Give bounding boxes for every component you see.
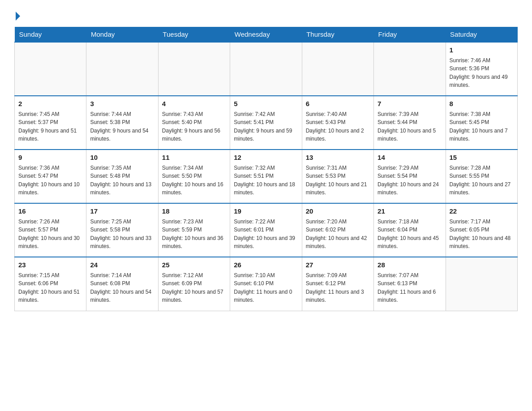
calendar-cell: [86, 42, 158, 96]
calendar-cell: 20Sunrise: 7:20 AMSunset: 6:02 PMDayligh…: [302, 203, 373, 257]
logo: [14, 11, 20, 20]
day-info: Sunrise: 7:09 AMSunset: 6:12 PMDaylight:…: [306, 271, 370, 304]
calendar-table: SundayMondayTuesdayWednesdayThursdayFrid…: [14, 27, 518, 311]
calendar-cell: [374, 42, 446, 96]
day-info: Sunrise: 7:29 AMSunset: 5:54 PMDaylight:…: [378, 164, 442, 197]
day-info: Sunrise: 7:35 AMSunset: 5:48 PMDaylight:…: [90, 164, 154, 197]
day-info: Sunrise: 7:17 AMSunset: 6:05 PMDaylight:…: [450, 218, 514, 251]
calendar-week-3: 9Sunrise: 7:36 AMSunset: 5:47 PMDaylight…: [15, 150, 518, 203]
day-number: 22: [450, 206, 514, 217]
day-info: Sunrise: 7:42 AMSunset: 5:41 PMDaylight:…: [234, 110, 298, 143]
day-of-week-tuesday: Tuesday: [158, 27, 230, 42]
day-number: 26: [234, 260, 298, 270]
calendar-cell: [158, 42, 230, 96]
calendar-cell: 4Sunrise: 7:43 AMSunset: 5:40 PMDaylight…: [158, 96, 230, 150]
logo-arrow-icon: [16, 12, 20, 21]
day-number: 24: [90, 260, 154, 270]
day-number: 10: [90, 153, 154, 163]
calendar-cell: 18Sunrise: 7:23 AMSunset: 5:59 PMDayligh…: [158, 203, 230, 257]
calendar-cell: 27Sunrise: 7:09 AMSunset: 6:12 PMDayligh…: [302, 257, 373, 311]
calendar-cell: 7Sunrise: 7:39 AMSunset: 5:44 PMDaylight…: [374, 96, 446, 150]
day-info: Sunrise: 7:39 AMSunset: 5:44 PMDaylight:…: [378, 110, 442, 143]
calendar-cell: 2Sunrise: 7:45 AMSunset: 5:37 PMDaylight…: [15, 96, 86, 150]
calendar-cell: 19Sunrise: 7:22 AMSunset: 6:01 PMDayligh…: [230, 203, 302, 257]
calendar-cell: 13Sunrise: 7:31 AMSunset: 5:53 PMDayligh…: [302, 150, 373, 203]
page-header: [14, 11, 518, 20]
day-number: 27: [306, 260, 370, 270]
calendar-week-4: 16Sunrise: 7:26 AMSunset: 5:57 PMDayligh…: [15, 203, 518, 257]
calendar-cell: [230, 42, 302, 96]
day-info: Sunrise: 7:23 AMSunset: 5:59 PMDaylight:…: [162, 218, 226, 251]
day-info: Sunrise: 7:10 AMSunset: 6:10 PMDaylight:…: [234, 271, 298, 304]
day-info: Sunrise: 7:22 AMSunset: 6:01 PMDaylight:…: [234, 218, 298, 251]
day-info: Sunrise: 7:32 AMSunset: 5:51 PMDaylight:…: [234, 164, 298, 197]
calendar-cell: 5Sunrise: 7:42 AMSunset: 5:41 PMDaylight…: [230, 96, 302, 150]
calendar-cell: 14Sunrise: 7:29 AMSunset: 5:54 PMDayligh…: [374, 150, 446, 203]
day-info: Sunrise: 7:44 AMSunset: 5:38 PMDaylight:…: [90, 110, 154, 143]
day-number: 12: [234, 153, 298, 163]
day-number: 13: [306, 153, 370, 163]
day-of-week-thursday: Thursday: [302, 27, 373, 42]
calendar-cell: 22Sunrise: 7:17 AMSunset: 6:05 PMDayligh…: [446, 203, 517, 257]
calendar-cell: 25Sunrise: 7:12 AMSunset: 6:09 PMDayligh…: [158, 257, 230, 311]
day-info: Sunrise: 7:31 AMSunset: 5:53 PMDaylight:…: [306, 164, 370, 197]
calendar-cell: 23Sunrise: 7:15 AMSunset: 6:06 PMDayligh…: [15, 257, 86, 311]
day-info: Sunrise: 7:18 AMSunset: 6:04 PMDaylight:…: [378, 218, 442, 251]
day-number: 1: [450, 45, 514, 56]
day-number: 14: [378, 153, 442, 163]
calendar-header: SundayMondayTuesdayWednesdayThursdayFrid…: [15, 27, 518, 42]
day-number: 7: [378, 99, 442, 109]
calendar-cell: 12Sunrise: 7:32 AMSunset: 5:51 PMDayligh…: [230, 150, 302, 203]
calendar-week-1: 1Sunrise: 7:46 AMSunset: 5:36 PMDaylight…: [15, 42, 518, 96]
day-info: Sunrise: 7:40 AMSunset: 5:43 PMDaylight:…: [306, 110, 370, 143]
day-info: Sunrise: 7:36 AMSunset: 5:47 PMDaylight:…: [18, 164, 82, 197]
day-info: Sunrise: 7:14 AMSunset: 6:08 PMDaylight:…: [90, 271, 154, 304]
days-of-week-row: SundayMondayTuesdayWednesdayThursdayFrid…: [15, 27, 518, 42]
calendar-cell: 10Sunrise: 7:35 AMSunset: 5:48 PMDayligh…: [86, 150, 158, 203]
day-info: Sunrise: 7:20 AMSunset: 6:02 PMDaylight:…: [306, 218, 370, 251]
day-number: 23: [18, 260, 82, 270]
calendar-cell: 21Sunrise: 7:18 AMSunset: 6:04 PMDayligh…: [374, 203, 446, 257]
calendar-body: 1Sunrise: 7:46 AMSunset: 5:36 PMDaylight…: [15, 42, 518, 311]
calendar-cell: 1Sunrise: 7:46 AMSunset: 5:36 PMDaylight…: [446, 42, 517, 96]
day-info: Sunrise: 7:45 AMSunset: 5:37 PMDaylight:…: [18, 110, 82, 143]
day-number: 2: [18, 99, 82, 109]
calendar-cell: [302, 42, 373, 96]
day-number: 3: [90, 99, 154, 109]
day-of-week-sunday: Sunday: [15, 27, 86, 42]
day-info: Sunrise: 7:15 AMSunset: 6:06 PMDaylight:…: [18, 271, 82, 304]
calendar-cell: 26Sunrise: 7:10 AMSunset: 6:10 PMDayligh…: [230, 257, 302, 311]
day-of-week-monday: Monday: [86, 27, 158, 42]
calendar-cell: 17Sunrise: 7:25 AMSunset: 5:58 PMDayligh…: [86, 203, 158, 257]
day-number: 11: [162, 153, 226, 163]
day-info: Sunrise: 7:12 AMSunset: 6:09 PMDaylight:…: [162, 271, 226, 304]
day-number: 17: [90, 206, 154, 217]
calendar-cell: 9Sunrise: 7:36 AMSunset: 5:47 PMDaylight…: [15, 150, 86, 203]
day-number: 15: [450, 153, 514, 163]
day-info: Sunrise: 7:25 AMSunset: 5:58 PMDaylight:…: [90, 218, 154, 251]
day-number: 18: [162, 206, 226, 217]
calendar-cell: 3Sunrise: 7:44 AMSunset: 5:38 PMDaylight…: [86, 96, 158, 150]
day-info: Sunrise: 7:34 AMSunset: 5:50 PMDaylight:…: [162, 164, 226, 197]
day-number: 6: [306, 99, 370, 109]
calendar-cell: 15Sunrise: 7:28 AMSunset: 5:55 PMDayligh…: [446, 150, 517, 203]
calendar-cell: 6Sunrise: 7:40 AMSunset: 5:43 PMDaylight…: [302, 96, 373, 150]
day-number: 21: [378, 206, 442, 217]
day-number: 28: [378, 260, 442, 270]
calendar-cell: 8Sunrise: 7:38 AMSunset: 5:45 PMDaylight…: [446, 96, 517, 150]
calendar-week-5: 23Sunrise: 7:15 AMSunset: 6:06 PMDayligh…: [15, 257, 518, 311]
calendar-week-2: 2Sunrise: 7:45 AMSunset: 5:37 PMDaylight…: [15, 96, 518, 150]
day-number: 8: [450, 99, 514, 109]
day-info: Sunrise: 7:38 AMSunset: 5:45 PMDaylight:…: [450, 110, 514, 143]
calendar-cell: 28Sunrise: 7:07 AMSunset: 6:13 PMDayligh…: [374, 257, 446, 311]
day-info: Sunrise: 7:07 AMSunset: 6:13 PMDaylight:…: [378, 271, 442, 304]
day-number: 9: [18, 153, 82, 163]
day-info: Sunrise: 7:26 AMSunset: 5:57 PMDaylight:…: [18, 218, 82, 251]
calendar-cell: 24Sunrise: 7:14 AMSunset: 6:08 PMDayligh…: [86, 257, 158, 311]
day-info: Sunrise: 7:46 AMSunset: 5:36 PMDaylight:…: [450, 56, 514, 90]
day-of-week-friday: Friday: [374, 27, 446, 42]
day-info: Sunrise: 7:43 AMSunset: 5:40 PMDaylight:…: [162, 110, 226, 143]
day-of-week-wednesday: Wednesday: [230, 27, 302, 42]
day-number: 19: [234, 206, 298, 217]
calendar-cell: 16Sunrise: 7:26 AMSunset: 5:57 PMDayligh…: [15, 203, 86, 257]
